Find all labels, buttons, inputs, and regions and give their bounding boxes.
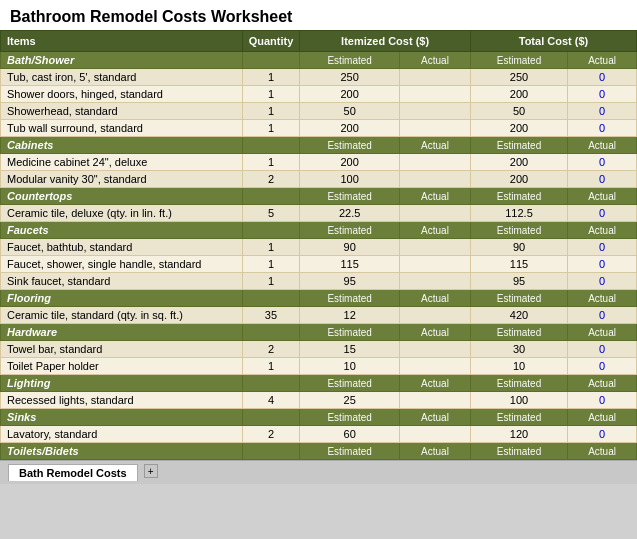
tab-bath-remodel[interactable]: Bath Remodel Costs	[8, 464, 138, 481]
item-name: Sink faucet, standard	[1, 273, 243, 290]
item-tact: 0	[568, 86, 637, 103]
window: Bathroom Remodel Costs Worksheet Items Q…	[0, 0, 637, 484]
item-qty: 1	[242, 69, 300, 86]
item-tact: 0	[568, 239, 637, 256]
header-total-cost: Total Cost ($)	[470, 31, 636, 52]
item-act	[400, 426, 471, 443]
item-tact: 0	[568, 171, 637, 188]
item-est: 50	[300, 103, 400, 120]
sub-header-row: Lighting Estimated Actual Estimated Actu…	[1, 375, 637, 392]
item-qty: 2	[242, 426, 300, 443]
header-itemized-cost: Itemized Cost ($)	[300, 31, 471, 52]
item-test: 200	[470, 171, 567, 188]
item-act	[400, 154, 471, 171]
item-test: 115	[470, 256, 567, 273]
item-tact: 0	[568, 392, 637, 409]
item-qty: 35	[242, 307, 300, 324]
item-qty: 1	[242, 358, 300, 375]
item-test: 200	[470, 120, 567, 137]
add-sheet-button[interactable]: +	[144, 464, 158, 478]
item-test: 30	[470, 341, 567, 358]
item-est: 200	[300, 120, 400, 137]
item-act	[400, 273, 471, 290]
item-test: 200	[470, 154, 567, 171]
table-row: Showerhead, standard 1 50 50 0	[1, 103, 637, 120]
item-test: 250	[470, 69, 567, 86]
item-est: 22.5	[300, 205, 400, 222]
item-test: 90	[470, 239, 567, 256]
item-act	[400, 171, 471, 188]
table-row: Toilet Paper holder 1 10 10 0	[1, 358, 637, 375]
item-name: Modular vanity 30", standard	[1, 171, 243, 188]
item-qty: 1	[242, 273, 300, 290]
sub-header-row: Faucets Estimated Actual Estimated Actua…	[1, 222, 637, 239]
sub-header-row: Countertops Estimated Actual Estimated A…	[1, 188, 637, 205]
item-name: Faucet, shower, single handle, standard	[1, 256, 243, 273]
item-tact: 0	[568, 120, 637, 137]
sub-header-row: Cabinets Estimated Actual Estimated Actu…	[1, 137, 637, 154]
item-qty: 1	[242, 256, 300, 273]
item-name: Tub wall surround, standard	[1, 120, 243, 137]
item-tact: 0	[568, 154, 637, 171]
item-name: Recessed lights, standard	[1, 392, 243, 409]
item-test: 420	[470, 307, 567, 324]
item-name: Showerhead, standard	[1, 103, 243, 120]
sub-header-row: Flooring Estimated Actual Estimated Actu…	[1, 290, 637, 307]
table-row: Faucet, shower, single handle, standard …	[1, 256, 637, 273]
sub-header-row: Sinks Estimated Actual Estimated Actual	[1, 409, 637, 426]
item-name: Ceramic tile, deluxe (qty. in lin. ft.)	[1, 205, 243, 222]
item-act	[400, 307, 471, 324]
item-name: Shower doors, hinged, standard	[1, 86, 243, 103]
item-test: 200	[470, 86, 567, 103]
table-row: Faucet, bathtub, standard 1 90 90 0	[1, 239, 637, 256]
table-row: Sink faucet, standard 1 95 95 0	[1, 273, 637, 290]
table-row: Medicine cabinet 24", deluxe 1 200 200 0	[1, 154, 637, 171]
item-tact: 0	[568, 273, 637, 290]
item-est: 115	[300, 256, 400, 273]
table-row: Ceramic tile, standard (qty. in sq. ft.)…	[1, 307, 637, 324]
item-tact: 0	[568, 358, 637, 375]
item-est: 95	[300, 273, 400, 290]
item-est: 250	[300, 69, 400, 86]
header-items: Items	[1, 31, 243, 52]
item-act	[400, 205, 471, 222]
item-name: Toilet Paper holder	[1, 358, 243, 375]
item-act	[400, 120, 471, 137]
item-qty: 2	[242, 171, 300, 188]
item-act	[400, 256, 471, 273]
sub-header-row: Toilets/Bidets Estimated Actual Estimate…	[1, 443, 637, 460]
item-est: 12	[300, 307, 400, 324]
sub-header-row: Bath/Shower Estimated Actual Estimated A…	[1, 52, 637, 69]
item-est: 15	[300, 341, 400, 358]
item-tact: 0	[568, 307, 637, 324]
item-tact: 0	[568, 69, 637, 86]
item-tact: 0	[568, 341, 637, 358]
item-test: 120	[470, 426, 567, 443]
item-act	[400, 69, 471, 86]
item-name: Medicine cabinet 24", deluxe	[1, 154, 243, 171]
item-tact: 0	[568, 256, 637, 273]
item-est: 90	[300, 239, 400, 256]
item-qty: 1	[242, 120, 300, 137]
item-qty: 1	[242, 239, 300, 256]
item-name: Lavatory, standard	[1, 426, 243, 443]
item-act	[400, 341, 471, 358]
table-row: Modular vanity 30", standard 2 100 200 0	[1, 171, 637, 188]
header-quantity: Quantity	[242, 31, 300, 52]
page-title: Bathroom Remodel Costs Worksheet	[0, 0, 637, 30]
table-row: Lavatory, standard 2 60 120 0	[1, 426, 637, 443]
item-qty: 4	[242, 392, 300, 409]
item-name: Faucet, bathtub, standard	[1, 239, 243, 256]
item-act	[400, 86, 471, 103]
item-qty: 2	[242, 341, 300, 358]
table-row: Recessed lights, standard 4 25 100 0	[1, 392, 637, 409]
item-test: 100	[470, 392, 567, 409]
item-act	[400, 392, 471, 409]
item-qty: 5	[242, 205, 300, 222]
item-est: 60	[300, 426, 400, 443]
item-qty: 1	[242, 86, 300, 103]
item-test: 50	[470, 103, 567, 120]
item-est: 200	[300, 86, 400, 103]
cost-table: Items Quantity Itemized Cost ($) Total C…	[0, 30, 637, 460]
item-est: 200	[300, 154, 400, 171]
